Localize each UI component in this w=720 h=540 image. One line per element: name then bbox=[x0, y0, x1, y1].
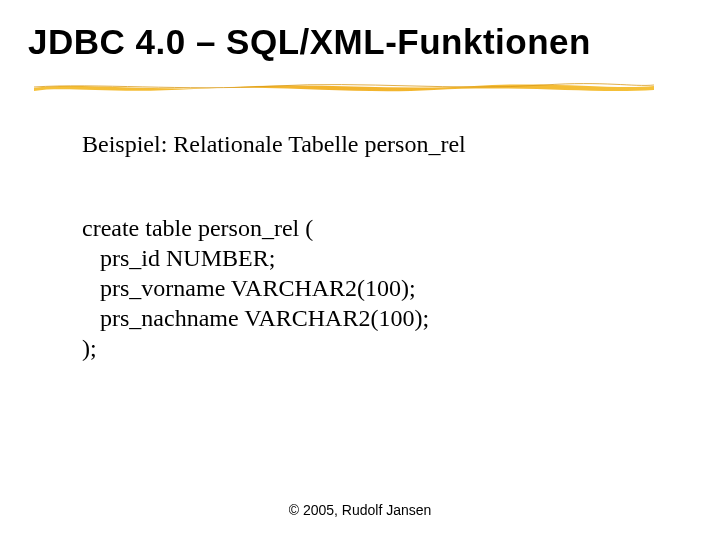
title-underline bbox=[34, 80, 654, 94]
code-line: prs_id NUMBER; bbox=[82, 243, 275, 273]
example-heading: Beispiel: Relationale Tabelle person_rel bbox=[82, 131, 466, 158]
slide: JDBC 4.0 – SQL/XML-Funktionen Beispiel: … bbox=[0, 0, 720, 540]
code-line: ); bbox=[82, 335, 97, 361]
code-line: prs_vorname VARCHAR2(100); bbox=[82, 273, 416, 303]
code-line: prs_nachname VARCHAR2(100); bbox=[82, 303, 429, 333]
code-block: create table person_rel ( prs_id NUMBER;… bbox=[82, 183, 429, 363]
slide-title: JDBC 4.0 – SQL/XML-Funktionen bbox=[28, 22, 591, 62]
copyright-footer: © 2005, Rudolf Jansen bbox=[0, 502, 720, 518]
code-line: create table person_rel ( bbox=[82, 215, 313, 241]
